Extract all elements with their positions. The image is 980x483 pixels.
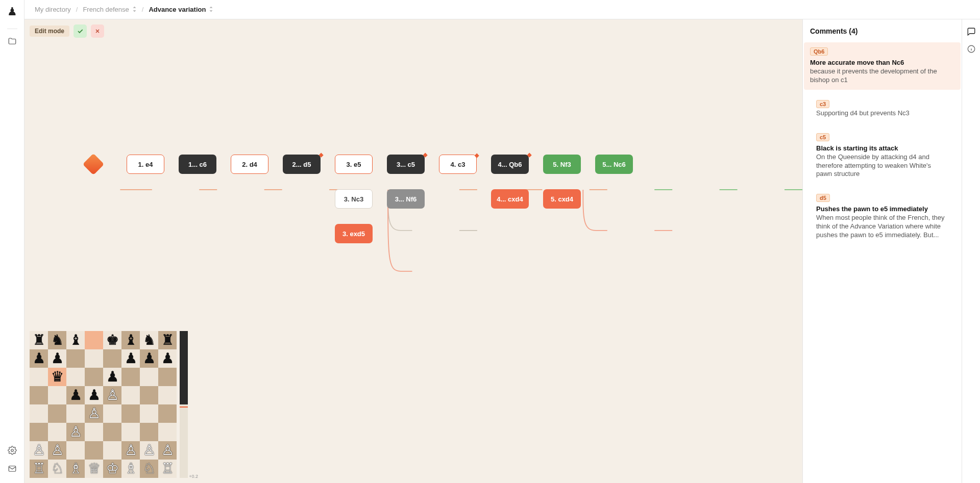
square-a4[interactable] xyxy=(30,404,48,423)
square-d3[interactable] xyxy=(85,423,103,441)
breadcrumb-root[interactable]: My directory xyxy=(35,6,71,13)
chevron-updown-icon[interactable] xyxy=(132,6,137,13)
move-node[interactable]: 4... cxd4 xyxy=(491,189,529,209)
square-g4[interactable] xyxy=(140,404,158,423)
comment-item[interactable]: c5Black is starting its attackOn the Que… xyxy=(810,128,954,184)
square-g1[interactable]: ♘ xyxy=(140,460,158,478)
square-f7[interactable]: ♟ xyxy=(121,349,140,368)
square-b5[interactable] xyxy=(48,386,66,404)
square-f8[interactable]: ♝ xyxy=(121,331,140,349)
square-e1[interactable]: ♔ xyxy=(103,460,121,478)
square-h5[interactable] xyxy=(158,386,177,404)
move-node[interactable]: 2... d5◆ xyxy=(283,155,321,174)
square-b2[interactable]: ♙ xyxy=(48,441,66,460)
square-f6[interactable] xyxy=(121,368,140,386)
square-e2[interactable] xyxy=(103,441,121,460)
square-a1[interactable]: ♖ xyxy=(30,460,48,478)
move-node[interactable]: 3. exd5 xyxy=(335,224,373,243)
square-c7[interactable] xyxy=(66,349,85,368)
square-g6[interactable] xyxy=(140,368,158,386)
square-e4[interactable] xyxy=(103,404,121,423)
square-g3[interactable] xyxy=(140,423,158,441)
app-logo[interactable]: ♟ xyxy=(7,5,17,18)
breadcrumb-current[interactable]: Advance variation xyxy=(149,6,213,13)
move-node[interactable]: 1... c6 xyxy=(179,155,216,174)
info-icon[interactable] xyxy=(966,44,976,54)
move-node[interactable]: 5. cxd4 xyxy=(543,189,581,209)
square-g8[interactable]: ♞ xyxy=(140,331,158,349)
square-d4[interactable]: ♙ xyxy=(85,404,103,423)
move-node[interactable]: 3. Nc3 xyxy=(335,189,373,209)
square-b6[interactable]: ♛ xyxy=(48,368,66,386)
comment-item[interactable]: c3Supporting d4 but prevents Nc3 xyxy=(810,95,954,123)
square-f2[interactable]: ♙ xyxy=(121,441,140,460)
square-c5[interactable]: ♟ xyxy=(66,386,85,404)
move-node[interactable]: 1. e4 xyxy=(127,155,164,174)
square-b3[interactable] xyxy=(48,423,66,441)
square-h8[interactable]: ♜ xyxy=(158,331,177,349)
square-c2[interactable] xyxy=(66,441,85,460)
square-e8[interactable]: ♚ xyxy=(103,331,121,349)
square-f1[interactable]: ♗ xyxy=(121,460,140,478)
square-h4[interactable] xyxy=(158,404,177,423)
square-a3[interactable] xyxy=(30,423,48,441)
square-c3[interactable]: ♙ xyxy=(66,423,85,441)
square-c4[interactable] xyxy=(66,404,85,423)
move-node[interactable]: 4. c3◆ xyxy=(439,155,477,174)
square-c8[interactable]: ♝ xyxy=(66,331,85,349)
square-h2[interactable]: ♙ xyxy=(158,441,177,460)
comment-item[interactable]: d5Pushes the pawn to e5 immediatelyWhen … xyxy=(810,189,954,245)
comment-item[interactable]: Qb6More accurate move than Nc6because it… xyxy=(804,42,961,90)
square-d7[interactable] xyxy=(85,349,103,368)
move-node[interactable]: 5. Nf3 xyxy=(543,155,581,174)
square-a8[interactable]: ♜ xyxy=(30,331,48,349)
square-d8[interactable] xyxy=(85,331,103,349)
square-b8[interactable]: ♞ xyxy=(48,331,66,349)
move-node[interactable]: 3. e5 xyxy=(335,155,373,174)
square-f3[interactable] xyxy=(121,423,140,441)
breadcrumb-folder[interactable]: French defense xyxy=(83,6,136,13)
square-f4[interactable] xyxy=(121,404,140,423)
variation-canvas[interactable]: Edit mode 1. e41... c62. d42... d5◆3. e5… xyxy=(24,19,802,483)
square-e3[interactable] xyxy=(103,423,121,441)
settings-icon[interactable] xyxy=(6,444,18,456)
square-e7[interactable] xyxy=(103,349,121,368)
piece: ♟ xyxy=(69,388,82,402)
square-d1[interactable]: ♕ xyxy=(85,460,103,478)
square-a5[interactable] xyxy=(30,386,48,404)
move-label: 1... c6 xyxy=(188,161,207,168)
mail-icon[interactable] xyxy=(6,463,18,475)
move-node[interactable]: 3... c5◆ xyxy=(387,155,425,174)
square-h6[interactable] xyxy=(158,368,177,386)
square-g7[interactable]: ♟ xyxy=(140,349,158,368)
square-b1[interactable]: ♘ xyxy=(48,460,66,478)
comments-icon[interactable] xyxy=(966,27,976,37)
comment-indicator-icon: ◆ xyxy=(319,151,323,158)
chessboard[interactable]: ♜♞♝♚♝♞♜♟♟♟♟♟♛♟♟♟♙♙♙♙♙♙♙♙♖♘♗♕♔♗♘♖ xyxy=(30,331,177,478)
square-c1[interactable]: ♗ xyxy=(66,460,85,478)
square-g5[interactable] xyxy=(140,386,158,404)
square-a2[interactable]: ♙ xyxy=(30,441,48,460)
move-node[interactable]: 4... Qb6◆ xyxy=(491,155,529,174)
piece: ♟ xyxy=(143,351,156,366)
folder-icon[interactable] xyxy=(6,35,18,47)
square-d2[interactable] xyxy=(85,441,103,460)
square-a6[interactable] xyxy=(30,368,48,386)
square-b7[interactable]: ♟ xyxy=(48,349,66,368)
move-node[interactable]: 3... Nf6 xyxy=(387,189,425,209)
square-h1[interactable]: ♖ xyxy=(158,460,177,478)
square-g2[interactable]: ♙ xyxy=(140,441,158,460)
square-a7[interactable]: ♟ xyxy=(30,349,48,368)
square-d6[interactable] xyxy=(85,368,103,386)
square-b4[interactable] xyxy=(48,404,66,423)
square-c6[interactable] xyxy=(66,368,85,386)
square-d5[interactable]: ♟ xyxy=(85,386,103,404)
chevron-updown-icon[interactable] xyxy=(209,6,213,13)
square-h7[interactable]: ♟ xyxy=(158,349,177,368)
move-node[interactable]: 5... Nc6 xyxy=(595,155,633,174)
square-e5[interactable]: ♙ xyxy=(103,386,121,404)
square-e6[interactable]: ♟ xyxy=(103,368,121,386)
square-h3[interactable] xyxy=(158,423,177,441)
square-f5[interactable] xyxy=(121,386,140,404)
move-node[interactable]: 2. d4 xyxy=(231,155,268,174)
